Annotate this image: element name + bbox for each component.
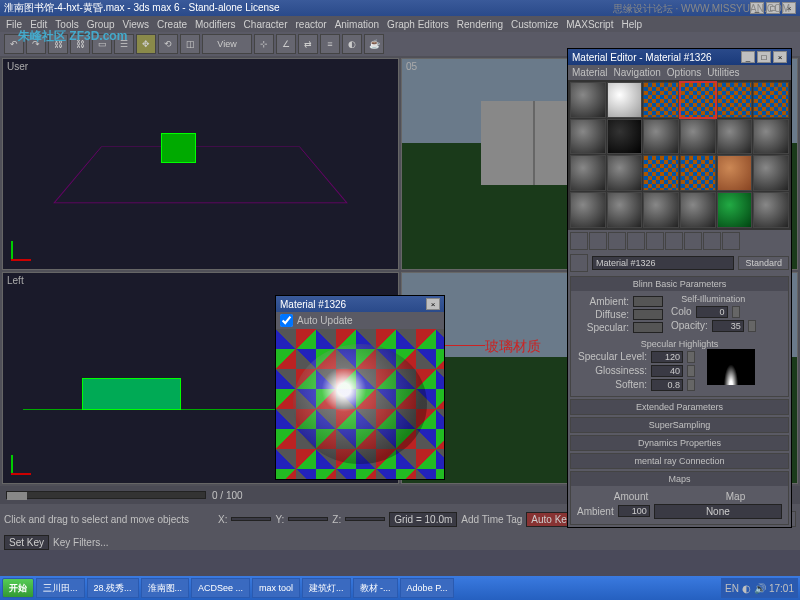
show-map-icon[interactable] xyxy=(665,232,683,250)
render-icon[interactable]: ☕ xyxy=(364,34,384,54)
material-swatch[interactable] xyxy=(680,155,716,191)
mirror-icon[interactable]: ⇄ xyxy=(298,34,318,54)
material-swatch[interactable] xyxy=(607,119,643,155)
timeline-thumb[interactable] xyxy=(7,492,27,500)
material-effects-icon[interactable] xyxy=(646,232,664,250)
spinner-arrows-icon[interactable] xyxy=(687,379,695,391)
preview-titlebar[interactable]: Material #1326 × xyxy=(276,296,444,312)
snap-icon[interactable]: ⊹ xyxy=(254,34,274,54)
go-parent-icon[interactable] xyxy=(703,232,721,250)
rollout-header[interactable]: Maps xyxy=(571,472,788,486)
viewport-user[interactable]: User xyxy=(2,58,399,270)
assign-material-icon[interactable] xyxy=(589,232,607,250)
taskbar-item[interactable]: 三川田... xyxy=(36,578,85,598)
taskbar-item[interactable]: 28.残秀... xyxy=(87,578,139,598)
menu-rendering[interactable]: Rendering xyxy=(457,19,503,30)
spinner-arrows-icon[interactable] xyxy=(687,365,695,377)
material-swatch[interactable] xyxy=(607,82,643,118)
material-swatch[interactable] xyxy=(643,192,679,228)
matmenu-material[interactable]: Material xyxy=(572,67,608,78)
material-swatch[interactable] xyxy=(717,155,753,191)
go-sibling-icon[interactable] xyxy=(722,232,740,250)
material-swatch[interactable] xyxy=(717,192,753,228)
start-button[interactable]: 开始 xyxy=(2,578,34,598)
rotate-icon[interactable]: ⟲ xyxy=(158,34,178,54)
material-swatch[interactable] xyxy=(570,155,606,191)
setkey-button[interactable]: Set Key xyxy=(4,535,49,550)
diffuse-color[interactable] xyxy=(633,309,663,320)
material-swatch[interactable] xyxy=(643,82,679,118)
material-swatch[interactable] xyxy=(570,192,606,228)
taskbar-item[interactable]: 教材 -... xyxy=(353,578,398,598)
tray-icon[interactable]: ◐ xyxy=(742,583,751,594)
menu-animation[interactable]: Animation xyxy=(335,19,379,30)
keyfilters-button[interactable]: Key Filters... xyxy=(53,537,109,548)
align-icon[interactable]: ≡ xyxy=(320,34,340,54)
put-library-icon[interactable] xyxy=(627,232,645,250)
material-swatch[interactable] xyxy=(643,119,679,155)
mateditor-titlebar[interactable]: Material Editor - Material #1326 _ □ × xyxy=(568,49,791,65)
taskbar-item[interactable]: max tool xyxy=(252,578,300,598)
move-icon[interactable]: ✥ xyxy=(136,34,156,54)
menu-create[interactable]: Create xyxy=(157,19,187,30)
material-swatch[interactable] xyxy=(607,155,643,191)
material-swatch[interactable] xyxy=(753,82,789,118)
x-field[interactable] xyxy=(231,517,271,521)
menu-reactor[interactable]: reactor xyxy=(296,19,327,30)
spinner-arrows-icon[interactable] xyxy=(687,351,695,363)
material-type-button[interactable]: Standard xyxy=(738,256,789,270)
taskbar-item[interactable]: Adobe P... xyxy=(400,578,455,598)
gloss-spinner[interactable]: 40 xyxy=(651,365,683,377)
get-material-icon[interactable] xyxy=(570,232,588,250)
menu-help[interactable]: Help xyxy=(621,19,642,30)
taskbar-item[interactable]: 建筑灯... xyxy=(302,578,351,598)
specular-color[interactable] xyxy=(633,322,663,333)
rollout-supersampling[interactable]: SuperSampling xyxy=(571,418,788,432)
close-button[interactable]: × xyxy=(773,51,787,63)
menu-modifiers[interactable]: Modifiers xyxy=(195,19,236,30)
material-swatch[interactable] xyxy=(753,119,789,155)
material-swatch-selected[interactable] xyxy=(680,82,716,118)
reset-material-icon[interactable] xyxy=(608,232,626,250)
menu-maxscript[interactable]: MAXScript xyxy=(566,19,613,30)
material-editor-icon[interactable]: ◐ xyxy=(342,34,362,54)
coord-dropdown[interactable]: View xyxy=(202,34,252,54)
soften-spinner[interactable]: 0.8 xyxy=(651,379,683,391)
speclevel-spinner[interactable]: 120 xyxy=(651,351,683,363)
material-swatch[interactable] xyxy=(717,82,753,118)
material-swatch[interactable] xyxy=(717,119,753,155)
auto-update-checkbox[interactable] xyxy=(280,314,293,327)
close-button[interactable]: × xyxy=(426,298,440,310)
scale-icon[interactable]: ◫ xyxy=(180,34,200,54)
spinner-arrows-icon[interactable] xyxy=(748,320,756,332)
taskbar-item[interactable]: 淮南图... xyxy=(141,578,190,598)
minimize-button[interactable]: _ xyxy=(741,51,755,63)
pick-material-icon[interactable] xyxy=(570,254,588,272)
clock[interactable]: 17:01 xyxy=(769,583,794,594)
taskbar-item[interactable]: ACDSee ... xyxy=(191,578,250,598)
angle-snap-icon[interactable]: ∠ xyxy=(276,34,296,54)
rollout-header[interactable]: Blinn Basic Parameters xyxy=(571,277,788,291)
material-swatch[interactable] xyxy=(680,119,716,155)
tray-icon[interactable]: 🔊 xyxy=(754,583,766,594)
opacity-spinner[interactable]: 35 xyxy=(712,320,744,332)
rollout-dynamics[interactable]: Dynamics Properties xyxy=(571,436,788,450)
y-field[interactable] xyxy=(288,517,328,521)
selfillum-spinner[interactable]: 0 xyxy=(696,306,728,318)
material-swatch[interactable] xyxy=(680,192,716,228)
maximize-button[interactable]: □ xyxy=(757,51,771,63)
show-result-icon[interactable] xyxy=(684,232,702,250)
menu-grapheditors[interactable]: Graph Editors xyxy=(387,19,449,30)
matmenu-utilities[interactable]: Utilities xyxy=(707,67,739,78)
menu-character[interactable]: Character xyxy=(244,19,288,30)
rollout-extended[interactable]: Extended Parameters xyxy=(571,400,788,414)
timeline-track[interactable] xyxy=(6,491,206,499)
menu-customize[interactable]: Customize xyxy=(511,19,558,30)
rollout-mentalray[interactable]: mental ray Connection xyxy=(571,454,788,468)
z-field[interactable] xyxy=(345,517,385,521)
spinner-arrows-icon[interactable] xyxy=(732,306,740,318)
addtime-link[interactable]: Add Time Tag xyxy=(461,514,522,525)
material-swatch[interactable] xyxy=(570,119,606,155)
map-amount-spinner[interactable]: 100 xyxy=(618,505,650,517)
material-swatch[interactable] xyxy=(643,155,679,191)
